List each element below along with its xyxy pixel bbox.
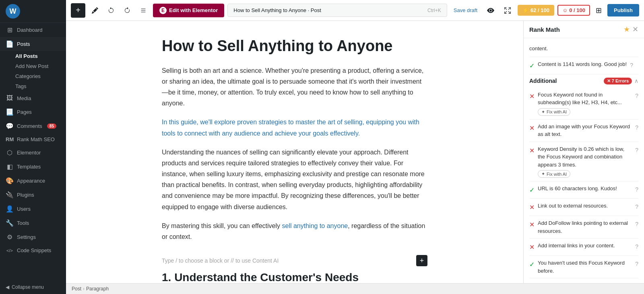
comments-icon: 💬 [6,122,14,130]
keyboard-shortcut: Ctrl+K [427,8,441,13]
block-appender[interactable]: Type / to choose a block or // to use Co… [162,250,427,271]
edit-pencil-button[interactable] [89,5,101,16]
wordpress-logo: W [6,4,20,19]
rankmath-header: Rank Math ★ ✕ [524,21,644,38]
help-icon[interactable]: ? [630,61,633,70]
sidebar-item-all-posts[interactable]: All Posts [12,51,66,61]
settings-panel-button[interactable]: ⊞ [593,4,604,17]
breadcrumb-separator: › [83,286,85,292]
rankmath-content-notice: content. [529,42,638,57]
code-icon: </> [6,248,14,253]
help-question-icon[interactable]: ? [635,92,638,100]
elementor-logo: E [159,7,167,14]
block-placeholder-text: Type / to choose a block or // to use Co… [162,257,279,264]
sidebar-logo: W [0,0,66,23]
breadcrumb-paragraph[interactable]: Paragraph [86,286,109,292]
list-view-button[interactable] [137,5,150,16]
paragraph-2[interactable]: In this guide, we'll explore proven stra… [162,117,427,138]
tools-icon: 🔧 [6,219,14,227]
breadcrumb-post[interactable]: Post [72,286,81,292]
readability-score-badge[interactable]: ☺ 0 / 100 [557,5,590,16]
appearance-icon: 🎨 [6,177,14,185]
sidebar-item-tools[interactable]: 🔧 Tools [0,216,66,230]
sidebar-item-settings[interactable]: ⚙ Settings [0,230,66,244]
fix-with-ai-button[interactable]: ✦ Fix with AI [538,170,570,178]
paragraph-4[interactable]: By mastering this skill, you can effecti… [162,220,427,242]
paragraph-1[interactable]: Selling is both an art and a science. Wh… [162,65,427,109]
settings-icon: ⚙ [6,233,14,241]
add-block-plus-button[interactable]: + [416,255,427,266]
rankmath-title: Rank Math [529,26,560,33]
editor-area: How to Sell Anything to Anyone Selling i… [66,21,644,283]
templates-icon: ◧ [6,163,14,171]
sidebar-item-pages[interactable]: 📃 Pages [0,105,66,119]
additional-section-header[interactable]: Additional ✕ 7 Errors ∧ [529,74,638,88]
elementor-icon: ⬡ [6,149,14,156]
help-question-icon[interactable]: ? [635,203,638,211]
redo-button[interactable] [121,5,134,16]
save-draft-button[interactable]: Save draft [450,5,481,16]
sidebar-item-comments[interactable]: 💬 Comments 85 [0,119,66,133]
sidebar-item-media[interactable]: 🖼 Media [0,91,66,105]
add-block-button[interactable]: + [71,3,85,18]
sidebar-item-appearance[interactable]: 🎨 Appearance [0,174,66,188]
fix-with-ai-button[interactable]: ✦ Fix with AI [538,108,570,116]
subheading-1[interactable]: 1. Understand the Customer's Needs [162,271,427,283]
ai-icon: ✦ [541,171,545,177]
preview-button[interactable] [484,4,497,16]
chevron-up-icon: ∧ [634,78,638,84]
help-question-icon[interactable]: ? [635,243,638,251]
ai-icon: ✦ [541,109,545,115]
sidebar-item-posts[interactable]: 📄 Posts [0,37,66,51]
sidebar-item-templates[interactable]: ◧ Templates [0,160,66,174]
sidebar-item-plugins[interactable]: 🔌 Plugins [0,188,66,202]
star-icon[interactable]: ★ [623,25,630,34]
toolbar: + E Edit with Elementor How to Sell Anyt… [66,0,644,21]
sidebar-item-users[interactable]: 👤 Users [0,202,66,216]
undo-button[interactable] [105,5,118,16]
sidebar-item-dashboard[interactable]: ⊞ Dashboard [0,23,66,37]
sidebar: W ⊞ Dashboard 📄 Posts All Posts Add New … [0,0,66,294]
rankmath-list-item: ✓You haven't used this Focus Keyword bef… [529,256,638,278]
rankmath-panel: Rank Math ★ ✕ content. ✓ Content is 1141… [523,21,644,283]
rankmath-list-item: ✕Focus Keyword not found in subheading(s… [529,88,638,119]
sidebar-item-tags[interactable]: Tags [12,81,66,91]
sidebar-item-categories[interactable]: Categories [12,71,66,81]
help-question-icon[interactable]: ? [635,123,638,132]
sidebar-item-elementor[interactable]: ⬡ Elementor [0,146,66,160]
success-check-icon: ✓ [529,260,535,269]
face-icon: ☺ [562,7,568,13]
help-question-icon[interactable]: ? [635,146,638,154]
pages-icon: 📃 [6,108,14,116]
error-icon: ✕ [529,203,535,212]
close-icon[interactable]: ✕ [632,25,638,34]
help-question-icon[interactable]: ? [635,220,638,228]
paragraph-3[interactable]: Understanding the nuances of selling can… [162,147,427,212]
success-icon: ✓ [529,61,535,71]
collapse-menu-button[interactable]: ◀ Collapse menu [0,280,66,294]
error-icon: ✕ [529,220,535,230]
rankmath-list-item: ✓URL is 60 characters long. Kudos!? [529,181,638,199]
sidebar-item-code-snippets[interactable]: </> Code Snippets [0,244,66,257]
rankmath-items: ✕Focus Keyword not found in subheading(s… [529,88,638,284]
edit-with-elementor-button[interactable]: E Edit with Elementor [153,4,224,17]
fullscreen-button[interactable] [501,4,514,16]
rankmath-header-actions: ★ ✕ [623,25,638,34]
error-icon: ✕ [529,243,535,252]
rankmath-list-item: ✕Add DoFollow links pointing to external… [529,216,638,238]
editor-pane[interactable]: How to Sell Anything to Anyone Selling i… [66,21,523,283]
help-question-icon[interactable]: ? [635,185,638,194]
help-question-icon[interactable]: ? [635,260,638,268]
post-heading[interactable]: How to Sell Anything to Anyone [162,37,427,56]
plugins-icon: 🔌 [6,191,14,199]
sidebar-item-rankmath[interactable]: RM Rank Math SEO [0,133,66,146]
seo-score-badge[interactable]: ⚡ 62 / 100 [518,5,554,16]
post-title-bar[interactable]: How to Sell Anything to Anyone · Post Ct… [227,4,447,17]
rankmath-list-item: ✕Link out to external resources.? [529,199,638,216]
success-check-icon: ✓ [529,185,535,195]
publish-button[interactable]: Publish [607,4,639,16]
errors-badge: ✕ 7 Errors [604,78,632,84]
sidebar-item-add-new-post[interactable]: Add New Post [12,61,66,71]
collapse-icon: ◀ [6,284,9,290]
post-title-text: How to Sell Anything to Anyone · Post [233,7,321,13]
